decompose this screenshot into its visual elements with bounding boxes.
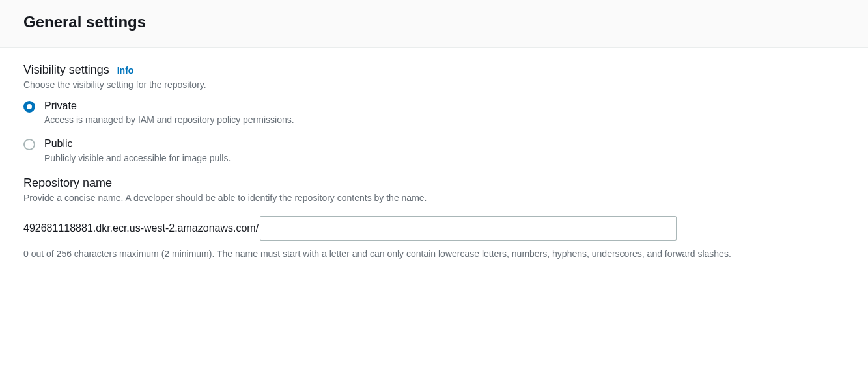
radio-text: Private Access is managed by IAM and rep…	[44, 99, 294, 125]
radio-icon	[23, 139, 35, 150]
visibility-radio-group: Private Access is managed by IAM and rep…	[23, 99, 845, 163]
visibility-description: Choose the visibility setting for the re…	[23, 79, 845, 90]
radio-label: Private	[44, 99, 294, 113]
page-title: General settings	[23, 13, 845, 31]
visibility-option-private[interactable]: Private Access is managed by IAM and rep…	[23, 99, 845, 125]
header-bar: General settings	[0, 0, 868, 48]
repository-name-label: Repository name	[23, 176, 845, 190]
visibility-option-public[interactable]: Public Publicly visible and accessible f…	[23, 137, 845, 163]
radio-icon	[23, 101, 35, 113]
content-area: Visibility settings Info Choose the visi…	[0, 48, 868, 277]
repository-name-input-row: 492681118881.dkr.ecr.us-west-2.amazonaws…	[23, 216, 845, 241]
radio-label: Public	[44, 137, 231, 151]
radio-description: Publicly visible and accessible for imag…	[44, 153, 231, 163]
repository-name-section: Repository name Provide a concise name. …	[23, 176, 845, 261]
visibility-info-link[interactable]: Info	[117, 65, 134, 75]
repository-name-input[interactable]	[260, 216, 677, 241]
radio-description: Access is managed by IAM and repository …	[44, 115, 294, 125]
visibility-label: Visibility settings	[23, 63, 109, 77]
repository-name-hint: 0 out of 256 characters maximum (2 minim…	[23, 247, 824, 261]
repository-name-prefix: 492681118881.dkr.ecr.us-west-2.amazonaws…	[23, 223, 260, 234]
repository-name-description: Provide a concise name. A developer shou…	[23, 193, 845, 203]
radio-text: Public Publicly visible and accessible f…	[44, 137, 231, 163]
visibility-header-row: Visibility settings Info	[23, 63, 845, 77]
